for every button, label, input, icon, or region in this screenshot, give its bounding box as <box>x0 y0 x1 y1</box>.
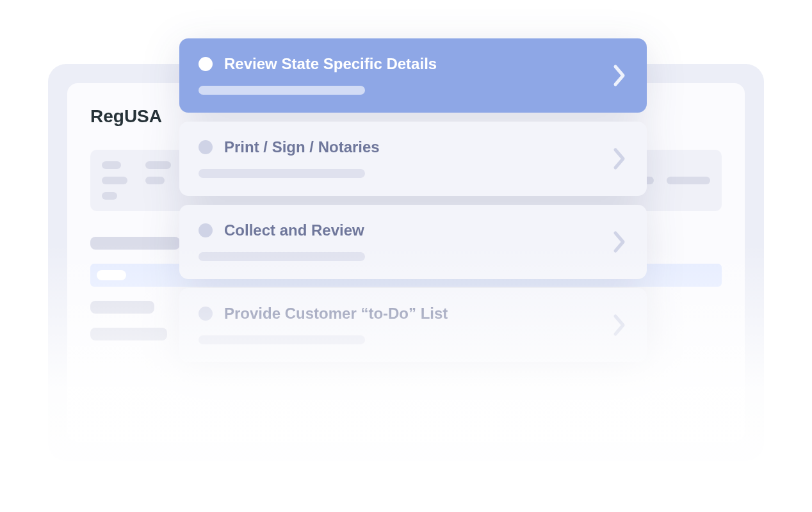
skeleton-bar <box>102 192 117 200</box>
step-bullet-icon <box>199 223 213 237</box>
step-title: Review State Specific Details <box>224 55 437 73</box>
step-title: Collect and Review <box>224 221 364 239</box>
step-header: Print / Sign / Notaries <box>199 138 628 156</box>
steps-stack: Review State Specific Details Print / Si… <box>179 38 647 362</box>
skeleton-col <box>145 161 171 200</box>
step-bullet-icon <box>199 140 213 154</box>
step-bullet-icon <box>199 307 213 321</box>
chevron-right-icon <box>611 312 628 338</box>
skeleton-bar <box>102 161 121 169</box>
step-subtitle-skeleton <box>199 86 365 95</box>
chevron-right-icon <box>611 229 628 255</box>
skeleton-bar <box>145 177 165 184</box>
step-print-sign-notaries[interactable]: Print / Sign / Notaries <box>179 122 647 196</box>
step-header: Provide Customer “to-Do” List <box>199 305 628 323</box>
skeleton-bar <box>667 177 710 184</box>
skeleton-bar <box>145 161 171 169</box>
skeleton-row <box>90 237 180 250</box>
step-title: Provide Customer “to-Do” List <box>224 305 448 323</box>
chevron-right-icon <box>611 63 628 88</box>
step-provide-customer-todo-list[interactable]: Provide Customer “to-Do” List <box>179 288 647 362</box>
step-title: Print / Sign / Notaries <box>224 138 380 156</box>
skeleton-col <box>102 161 127 200</box>
step-collect-and-review[interactable]: Collect and Review <box>179 205 647 279</box>
skeleton-col <box>667 177 710 184</box>
skeleton-bar <box>102 177 127 184</box>
step-subtitle-skeleton <box>199 252 365 261</box>
step-bullet-icon <box>199 57 213 71</box>
skeleton-row <box>90 301 154 314</box>
step-subtitle-skeleton <box>199 169 365 178</box>
step-header: Collect and Review <box>199 221 628 239</box>
step-header: Review State Specific Details <box>199 55 628 73</box>
skeleton-row <box>90 328 167 340</box>
step-subtitle-skeleton <box>199 335 365 344</box>
chevron-right-icon <box>611 146 628 172</box>
step-review-state-details[interactable]: Review State Specific Details <box>179 38 647 113</box>
